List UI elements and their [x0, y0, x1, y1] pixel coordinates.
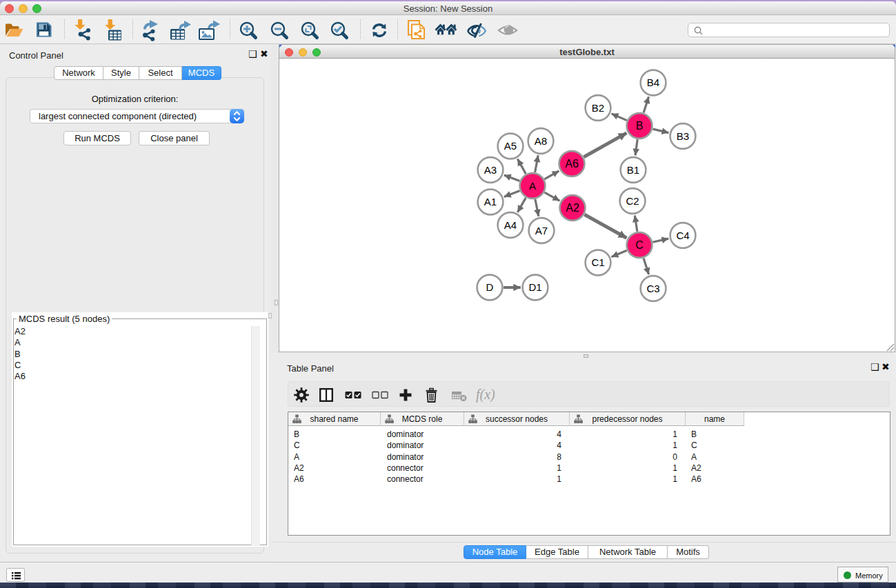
svg-text:C: C: [635, 239, 644, 251]
svg-text:B3: B3: [677, 130, 689, 142]
svg-text:A1: A1: [484, 196, 497, 207]
svg-text:B: B: [636, 120, 644, 132]
svg-text:D: D: [486, 281, 494, 293]
svg-text:D1: D1: [528, 281, 541, 293]
svg-text:A: A: [529, 180, 536, 192]
svg-text:C3: C3: [646, 283, 659, 294]
svg-text:A7: A7: [535, 225, 548, 236]
svg-text:A2: A2: [566, 202, 579, 214]
svg-text:A3: A3: [484, 164, 497, 176]
svg-text:A4: A4: [504, 219, 517, 231]
svg-text:C4: C4: [676, 230, 689, 241]
svg-text:A5: A5: [504, 140, 517, 152]
svg-text:C2: C2: [626, 195, 639, 207]
svg-text:B4: B4: [647, 77, 659, 88]
svg-text:A8: A8: [535, 135, 547, 147]
svg-text:A6: A6: [565, 158, 579, 170]
svg-text:C1: C1: [591, 256, 604, 268]
svg-text:B2: B2: [592, 102, 604, 114]
svg-text:B1: B1: [627, 164, 639, 176]
